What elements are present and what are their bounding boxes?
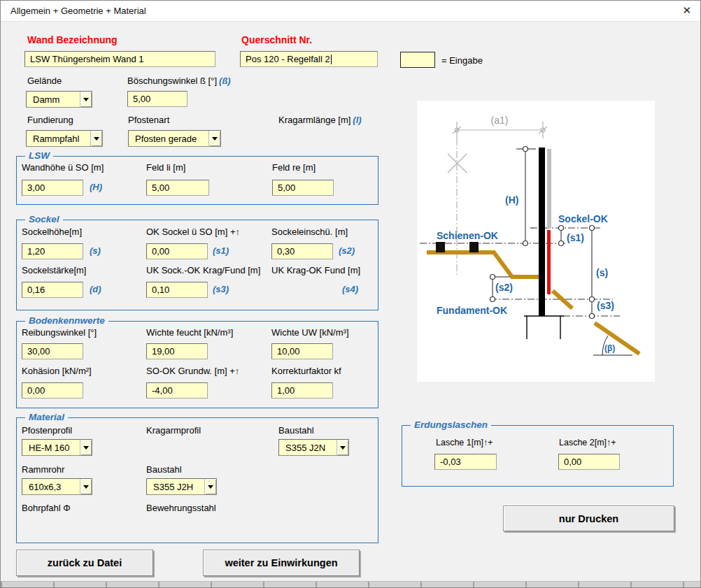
wandhoehe-label: Wandhöhe ü SO [m] <box>22 162 104 173</box>
wichte-feucht-label: Wichte feucht [kN/m³] <box>146 327 233 338</box>
weiter-button[interactable]: weiter zu Einwirkungen <box>203 550 360 576</box>
pfostenart-value: Pfosten gerade <box>129 131 208 146</box>
window-title: Allgemein + Geometrie + Material <box>10 6 146 16</box>
s-symbol: (s) <box>90 245 101 256</box>
text-caret <box>331 55 332 64</box>
fundierung-select[interactable]: Rammpfahl <box>26 130 103 147</box>
pfostenart-label: Pfostenart <box>128 115 169 125</box>
lasche1-input[interactable]: -0,03 <box>434 454 497 470</box>
korrekturfaktor-label: Korrekturfaktor kf <box>271 366 341 376</box>
lasche1-label: Lasche 1[m]↑+ <box>436 438 493 447</box>
s2-symbol: (s2) <box>339 245 355 256</box>
beta-symbol: (ß) <box>219 76 231 86</box>
rammrohr-label: Rammrohr <box>22 464 64 475</box>
korrekturfaktor-input[interactable]: 1,00 <box>271 382 333 399</box>
geometry-diagram: (a1) <box>417 101 655 382</box>
a1-dim-label: (a1) <box>491 115 509 126</box>
uk-krag-label: UK Krag-OK Fund [m] <box>271 265 360 275</box>
feld-re-input[interactable]: 5,00 <box>272 180 334 196</box>
fundament-ok-label: Fundament-OK <box>437 305 507 316</box>
dropdown-arrow-icon[interactable] <box>208 131 220 146</box>
baustahl-pfosten-label: Baustahl <box>278 425 314 436</box>
feld-li-label: Feld li [m] <box>146 162 185 173</box>
drucken-button[interactable]: nur Drucken <box>503 505 674 531</box>
kragarmlaenge-label: Kragarmlänge [m](l) <box>278 115 362 125</box>
wand-bezeichnung-value: LSW Thüngersheim Wand 1 <box>30 54 144 64</box>
pfostenart-select[interactable]: Pfosten gerade <box>128 130 221 147</box>
wand-bezeichnung-input[interactable]: LSW Thüngersheim Wand 1 <box>24 51 215 67</box>
pfostenprofil-label: Pfostenprofil <box>22 425 72 436</box>
s-dim-label: (s) <box>596 267 608 278</box>
dropdown-arrow-icon[interactable] <box>337 440 348 455</box>
s2-dim-label: (s2) <box>495 282 513 293</box>
s3-dim-label: (s3) <box>597 300 614 311</box>
querschnitt-value: Pos 120 - Regelfall 2 <box>246 54 330 64</box>
eingabe-legend-label: = Eingabe <box>441 55 483 66</box>
zurueck-button[interactable]: zurück zu Datei <box>16 550 153 576</box>
sockeleinschub-label: Sockeleinschü. [m] <box>271 227 348 237</box>
sockel-frame-title: Sockel <box>25 214 63 224</box>
pfostenprofil-select[interactable]: HE-M 160 <box>22 439 92 456</box>
feld-li-input[interactable]: 5,00 <box>146 180 209 196</box>
gelaende-value: Damm <box>27 92 80 107</box>
sockeleinschub-input[interactable]: 0,30 <box>271 243 333 259</box>
sockelstaerke-label: Sockelstärke[m] <box>22 265 86 275</box>
background-window-edge <box>1 581 700 587</box>
dropdown-arrow-icon[interactable] <box>204 479 216 494</box>
wand-bezeichnung-label: Wand Bezeichnung <box>27 34 118 45</box>
pfostenprofil-value: HE-M 160 <box>22 440 80 455</box>
s3-symbol: (s3) <box>213 284 229 294</box>
wandhoehe-input[interactable]: 3,00 <box>22 180 83 196</box>
baustahl-rohr-select[interactable]: S355 J2H <box>146 478 217 495</box>
bohrpfahl-label: Bohrpfahl Φ <box>22 503 71 513</box>
baustahl-pfosten-value: S355 J2N <box>279 440 337 455</box>
kohaesion-input[interactable]: 0,00 <box>22 382 83 399</box>
querschnitt-input[interactable]: Pos 120 - Regelfall 2 <box>240 51 378 67</box>
baustahl-rohr-value: S355 J2H <box>147 479 204 494</box>
kragarmprofil-label: Kragarmprofil <box>146 425 201 436</box>
sockelstaerke-input[interactable]: 0,16 <box>22 282 83 298</box>
erdungslaschen-frame-title: Erdungslaschen <box>411 420 491 430</box>
dropdown-arrow-icon[interactable] <box>80 479 92 494</box>
dropdown-arrow-icon[interactable] <box>90 131 102 146</box>
sockelhoehe-input[interactable]: 1,20 <box>22 243 83 259</box>
close-icon[interactable]: ✕ <box>682 4 691 17</box>
rammrohr-value: 610x6,3 <box>22 479 80 494</box>
wichte-uw-input[interactable]: 10,00 <box>271 343 333 359</box>
reibungswinkel-input[interactable]: 30,00 <box>22 343 83 359</box>
beta-dim-label: (β) <box>604 343 615 353</box>
eingabe-legend-swatch <box>400 52 435 68</box>
dropdown-arrow-icon[interactable] <box>80 92 92 107</box>
s1-symbol: (s1) <box>213 245 229 256</box>
schienen-ok-label: Schienen-OK <box>437 230 498 241</box>
uk-sock-input[interactable]: 0,10 <box>146 282 208 298</box>
baustahl-rohr-label: Baustahl <box>146 464 182 475</box>
sockelhoehe-label: Sockelhöhe[m] <box>22 227 82 237</box>
grundwasser-input[interactable]: -4,00 <box>146 382 208 399</box>
H-symbol: (H) <box>90 182 102 192</box>
geometry-diagram-panel: (a1) <box>417 101 655 382</box>
kohaesion-label: Kohäsion [kN/m²] <box>22 366 92 376</box>
gelaende-select[interactable]: Damm <box>26 91 92 108</box>
feld-re-label: Feld re [m] <box>272 162 316 173</box>
baustahl-pfosten-select[interactable]: S355 J2N <box>278 439 349 456</box>
wichte-feucht-input[interactable]: 19,00 <box>146 343 208 359</box>
rammrohr-select[interactable]: 610x6,3 <box>22 478 92 495</box>
H-dim-label: (H) <box>505 194 518 206</box>
fundierung-value: Rammpfahl <box>27 131 90 146</box>
dropdown-arrow-icon[interactable] <box>80 440 92 455</box>
grundwasser-label: SO-OK Grundw. [m] +↑ <box>146 366 239 376</box>
ok-sockel-input[interactable]: 0,00 <box>146 243 208 259</box>
material-frame-title: Material <box>25 412 68 422</box>
reibungswinkel-label: Reibungswinkel [°] <box>22 327 97 338</box>
bodenkennwerte-frame-title: Bodenkennwerte <box>25 315 108 326</box>
fundierung-label: Fundierung <box>27 115 73 125</box>
lsw-frame-title: LSW <box>25 150 53 161</box>
boeschungswinkel-input[interactable]: 5,00 <box>127 91 187 107</box>
querschnitt-label: Querschnitt Nr. <box>241 34 312 45</box>
wichte-uw-label: Wichte UW [kN/m³] <box>271 327 349 338</box>
dialog-window: Allgemein + Geometrie + Material ✕ Wand … <box>0 0 701 588</box>
d-symbol: (d) <box>90 284 101 294</box>
s1-dim-label: (s1) <box>567 232 584 243</box>
lasche2-input[interactable]: 0,00 <box>558 454 620 470</box>
